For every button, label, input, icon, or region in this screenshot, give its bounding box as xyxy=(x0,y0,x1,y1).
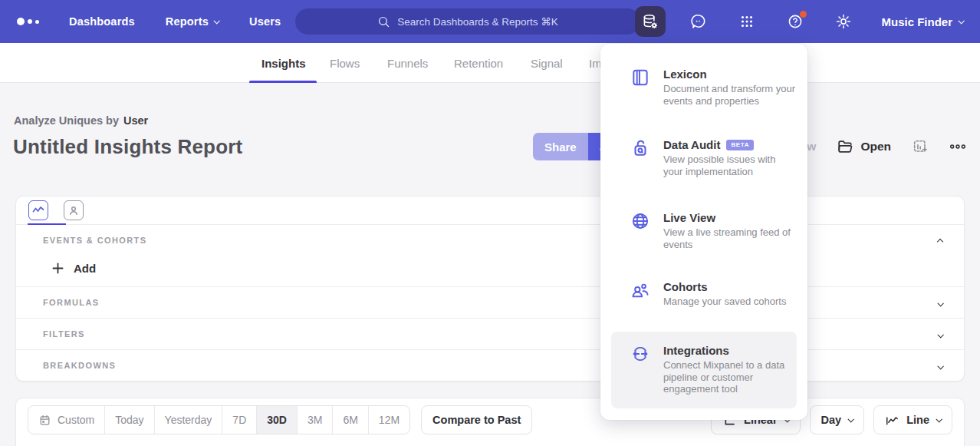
chevron-down-icon xyxy=(213,18,219,24)
add-event-row: Add xyxy=(16,249,964,286)
filters-section[interactable]: FILTERS xyxy=(16,318,964,349)
add-label: Add xyxy=(74,262,96,275)
menu-item-description: View a live streaming feed of events xyxy=(663,226,797,250)
menu-item-description: Manage your saved cohorts xyxy=(663,296,786,308)
filters-header: FILTERS xyxy=(43,329,85,339)
chevron-up-icon xyxy=(937,239,943,245)
range-6m[interactable]: 6M xyxy=(332,406,367,434)
chevron-down-icon xyxy=(937,363,943,369)
interval-dropdown[interactable]: Day xyxy=(810,405,865,434)
range-30d[interactable]: 30D xyxy=(256,406,297,434)
open-label: Open xyxy=(860,140,891,154)
report-tabbar: Insights Flows Funnels Retention Signal … xyxy=(0,43,980,83)
active-view-underline xyxy=(28,223,66,226)
builder-view-tabs xyxy=(16,197,964,225)
apps-grid-icon[interactable] xyxy=(732,6,762,37)
menu-item-title: Live View xyxy=(663,211,715,224)
breakdowns-section[interactable]: BREAKDOWNS xyxy=(16,349,964,381)
insights-report-page: Dashboards Reports Users Search Dashboar… xyxy=(0,0,980,446)
mixpanel-logo[interactable] xyxy=(17,18,52,25)
events-view-tab[interactable] xyxy=(28,200,48,220)
tab-funnels[interactable]: Funnels xyxy=(387,43,428,83)
tab-flows[interactable]: Flows xyxy=(330,43,360,83)
chevron-down-icon xyxy=(937,300,943,306)
collapse-events-chevron[interactable] xyxy=(935,230,945,250)
tab-signal[interactable]: Signal xyxy=(531,43,563,83)
settings-icon[interactable] xyxy=(828,6,859,37)
formulas-section[interactable]: FORMULAS xyxy=(16,286,964,318)
search-input[interactable]: Search Dashboards & Reports ⌘K xyxy=(295,8,640,35)
header-actions: New Open xyxy=(792,133,967,160)
cohorts-icon xyxy=(630,280,650,308)
logo-dot xyxy=(17,18,25,25)
lexicon-icon xyxy=(630,68,650,107)
chart-type-dropdown[interactable]: Line xyxy=(873,405,952,434)
tab-insights[interactable]: Insights xyxy=(261,43,306,83)
range-3m[interactable]: 3M xyxy=(297,406,332,434)
events-cohorts-header: EVENTS & COHORTS xyxy=(43,236,146,245)
range-7d[interactable]: 7D xyxy=(222,406,256,434)
nav-reports-label: Reports xyxy=(166,15,209,28)
profiles-view-tab[interactable] xyxy=(64,200,84,220)
range-today[interactable]: Today xyxy=(104,406,153,434)
tab-retention[interactable]: Retention xyxy=(454,43,503,83)
workspace-switcher[interactable]: Music Finder xyxy=(881,15,963,28)
menu-item-title: Integrations xyxy=(663,344,729,357)
menu-item-lexicon[interactable]: Lexicon Document and transform your even… xyxy=(630,68,797,107)
notification-dot xyxy=(800,11,807,18)
chevron-down-icon xyxy=(848,416,854,422)
compare-to-past-button[interactable]: Compare to Past xyxy=(421,405,532,434)
folder-icon xyxy=(837,138,853,155)
nav-reports[interactable]: Reports xyxy=(166,15,219,28)
person-icon xyxy=(67,204,80,216)
chevron-down-icon xyxy=(958,18,964,24)
breakdowns-header: BREAKDOWNS xyxy=(43,361,116,370)
menu-item-description: View possible issues with your implement… xyxy=(663,154,797,177)
logo-dot xyxy=(35,20,39,24)
query-builder-card: EVENTS & COHORTS Add FORMULAS FILTERS BR… xyxy=(15,196,965,382)
data-management-icon[interactable] xyxy=(635,6,666,37)
data-audit-icon xyxy=(630,138,650,177)
share-button[interactable]: Share xyxy=(533,133,588,160)
expand-breakdowns-chevron[interactable] xyxy=(935,355,945,375)
chevron-down-icon xyxy=(937,332,943,338)
menu-item-text: Live View View a live streaming feed of … xyxy=(663,211,797,250)
report-title[interactable]: Untitled Insights Report xyxy=(13,135,242,159)
add-to-board-button[interactable] xyxy=(912,138,929,155)
menu-item-description: Document and transform your events and p… xyxy=(663,83,797,107)
nav-users[interactable]: Users xyxy=(249,15,281,28)
more-options-button[interactable] xyxy=(949,138,966,155)
board-plus-icon xyxy=(912,138,929,155)
menu-item-text: Cohorts Manage your saved cohorts xyxy=(663,280,786,308)
nav-dashboards-label: Dashboards xyxy=(69,15,135,28)
data-management-menu: Lexicon Document and transform your even… xyxy=(600,44,807,420)
beta-badge: BETA xyxy=(726,140,754,150)
add-event-button[interactable]: Add xyxy=(52,262,96,275)
expand-formulas-chevron[interactable] xyxy=(935,292,945,312)
range-custom[interactable]: Custom xyxy=(28,406,104,434)
search-icon xyxy=(377,15,390,28)
menu-item-description: Connect Mixpanel to a data pipeline or c… xyxy=(663,359,797,395)
subtitle-entity[interactable]: User xyxy=(123,114,148,127)
nav-dashboards[interactable]: Dashboards xyxy=(69,15,135,28)
range-yesterday[interactable]: Yesterday xyxy=(154,406,222,434)
range-12m[interactable]: 12M xyxy=(368,406,409,434)
menu-item-live-view[interactable]: Live View View a live streaming feed of … xyxy=(630,211,797,250)
live-view-icon xyxy=(630,211,650,250)
expand-filters-chevron[interactable] xyxy=(935,324,945,344)
menu-item-data-audit[interactable]: Data Audit BETA View possible issues wit… xyxy=(630,138,797,177)
navbar-right: Music Finder xyxy=(635,6,963,37)
chart-type-label: Line xyxy=(906,414,929,426)
logo-dot xyxy=(28,19,32,24)
menu-item-title: Data Audit xyxy=(663,138,720,151)
date-range-controls: Custom Today Yesterday 7D 30D 3M 6M 12M … xyxy=(28,405,532,434)
chart-icon xyxy=(32,204,44,216)
ellipsis-icon xyxy=(949,138,966,155)
feedback-icon[interactable] xyxy=(683,6,714,37)
chevron-down-icon xyxy=(936,416,942,422)
top-navbar: Dashboards Reports Users Search Dashboar… xyxy=(0,0,980,43)
help-icon[interactable] xyxy=(780,6,811,37)
open-report-button[interactable]: Open xyxy=(837,138,891,155)
menu-item-cohorts[interactable]: Cohorts Manage your saved cohorts xyxy=(630,280,797,308)
menu-item-integrations[interactable]: Integrations Connect Mixpanel to a data … xyxy=(611,332,797,408)
